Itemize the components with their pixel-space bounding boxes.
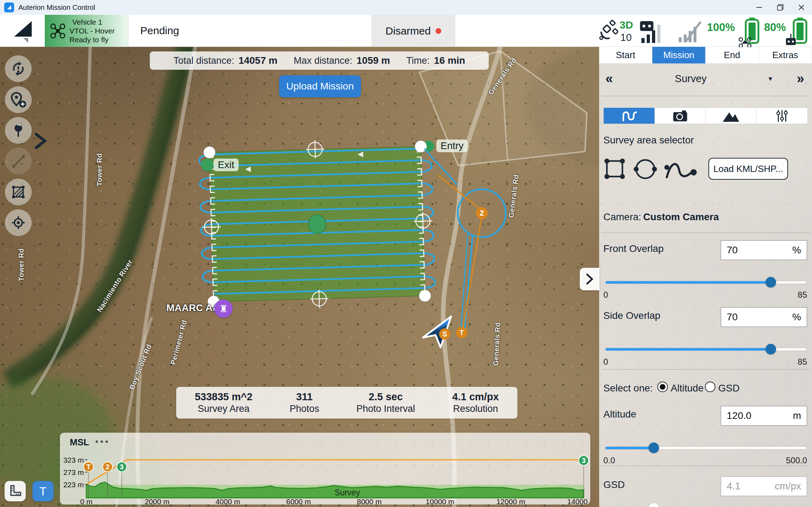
svg-text:2: 2 [106, 463, 110, 471]
altitude-radio[interactable] [657, 382, 668, 392]
altitude-max: 500.0 [786, 456, 807, 465]
svg-text:273 m: 273 m [63, 468, 84, 476]
front-overlap-value: 70 [727, 245, 738, 256]
svg-text:3: 3 [582, 457, 585, 464]
altitude-value: 120.0 [727, 410, 751, 421]
altitude-unit: m [793, 410, 801, 421]
front-overlap-slider[interactable] [605, 277, 806, 287]
tab-extras[interactable]: Extras [759, 47, 812, 63]
sliders-icon [775, 109, 789, 123]
minimize-button[interactable] [749, 0, 770, 15]
elevation-profile-panel[interactable]: MSL ••• T233323 m273 m223 m0 m2000 m4000… [60, 433, 590, 505]
poi-pin-icon[interactable]: ♜ [214, 299, 233, 318]
pin-icon [10, 122, 26, 138]
slider-thumb[interactable] [765, 277, 776, 287]
altitude-input[interactable]: 120.0 m [721, 406, 807, 426]
slider-thumb[interactable] [648, 443, 659, 453]
circle-area-tool[interactable] [633, 157, 658, 181]
svg-text:12000 m: 12000 m [496, 497, 525, 505]
tab-mission[interactable]: Mission [652, 47, 706, 63]
side-overlap-input[interactable]: 70 % [721, 307, 807, 327]
gsd-radio-label[interactable]: GSD [718, 383, 740, 394]
mission-stats-bar: Total distance:14057 m Max distance:1059… [150, 51, 489, 70]
exit-waypoint-circle[interactable] [201, 159, 214, 171]
chart-menu-dots[interactable]: ••• [95, 436, 110, 447]
divider [601, 233, 810, 233]
pattern-dropdown-caret[interactable]: ▾ [769, 74, 772, 83]
tab-start[interactable]: Start [599, 47, 652, 63]
altitude-slider[interactable] [605, 443, 806, 453]
app-logo-icon[interactable] [11, 19, 34, 43]
max-distance-value: 1059 m [357, 55, 390, 66]
gsd-radio[interactable] [705, 382, 715, 392]
svg-text:8000 m: 8000 m [357, 497, 382, 505]
gps-fix-type: 3D [620, 19, 633, 31]
rc-battery-icon [786, 18, 812, 47]
rc-battery-percent: 80% [764, 21, 786, 34]
add-waypoint-icon [10, 91, 27, 109]
freehand-area-tool[interactable] [663, 159, 699, 181]
camera-value[interactable]: Custom Camera [643, 211, 719, 223]
marker-t-badge[interactable]: T [456, 327, 467, 338]
maximize-button[interactable] [770, 0, 791, 15]
polygon-area-tool[interactable] [603, 157, 627, 181]
panel-expand-button[interactable] [580, 268, 599, 290]
slider-thumb[interactable] [765, 344, 776, 354]
tab-end[interactable]: End [706, 47, 759, 63]
marker-s-badge[interactable]: S [439, 328, 450, 340]
survey-settings-tabs [603, 107, 808, 124]
vehicle-battery-icon [739, 18, 764, 47]
svg-text:T: T [86, 463, 91, 471]
time-label: Time: [406, 55, 430, 66]
sync-mission-button[interactable] [5, 55, 32, 82]
app-toolbar: Vehicle 1 VTOL - Hover Ready to fly Pend… [0, 15, 812, 47]
tab-camera[interactable] [655, 108, 706, 124]
survey-area-stat: 533835 m^2Survey Area [195, 391, 253, 414]
toolbar-expand-chevron[interactable] [33, 132, 48, 150]
poi-label: MAARC A&B [166, 302, 211, 314]
svg-text:4000 m: 4000 m [215, 497, 240, 505]
tab-advanced[interactable] [757, 108, 807, 124]
terrain-toggle-button[interactable]: T [32, 481, 54, 501]
close-button[interactable] [791, 0, 812, 15]
pattern-title[interactable]: Survey [613, 73, 769, 85]
tab-transects[interactable] [604, 108, 655, 124]
survey-area-tool-button[interactable] [5, 179, 32, 205]
survey-stats-bar: 533835 m^2Survey Area 311Photos 2.5 secP… [176, 387, 517, 419]
mission-phase-tabs: Start Mission End Extras [599, 47, 812, 64]
svg-text:323 m: 323 m [63, 456, 84, 464]
front-overlap-input[interactable]: 70 % [721, 240, 807, 260]
load-kml-button[interactable]: Load KML/SHP... [708, 158, 788, 180]
arm-state-button[interactable]: Disarmed [371, 15, 455, 47]
side-overlap-value: 70 [727, 311, 738, 323]
svg-text:2000 m: 2000 m [145, 497, 170, 505]
locate-icon [10, 214, 27, 231]
altitude-radio-label[interactable]: Altitude [671, 383, 703, 394]
center-location-button[interactable] [5, 209, 32, 236]
area-selector-label: Survey area selector [603, 135, 694, 146]
waypoint-2-badge[interactable]: 2 [476, 207, 488, 219]
exit-label: Exit [214, 159, 239, 171]
measure-button[interactable] [5, 481, 26, 501]
next-item-button[interactable]: » [797, 71, 804, 86]
survey-area-icon [10, 184, 27, 200]
camera-icon [672, 109, 688, 123]
arm-state-text: Disarmed [386, 25, 431, 37]
upload-mission-button[interactable]: Upload Mission [279, 75, 361, 97]
vehicle-name: Vehicle 1 [72, 18, 115, 26]
slider-thumb [648, 503, 659, 507]
vehicle-status-panel[interactable]: Vehicle 1 VTOL - Hover Ready to fly [45, 15, 128, 47]
photos-stat: 311Photos [290, 391, 319, 414]
add-waypoint-button[interactable] [5, 86, 32, 113]
elevation-chart-svg: T233323 m273 m223 m0 m2000 m4000 m6000 m… [60, 433, 590, 505]
measure-icon [10, 153, 26, 169]
prev-item-button[interactable]: « [605, 71, 613, 86]
pin-tool-button[interactable] [5, 117, 32, 144]
vehicle-type: VTOL - Hover [69, 26, 115, 35]
side-overlap-slider[interactable] [605, 344, 806, 354]
time-value: 16 min [434, 55, 465, 66]
gps-satellite-count: 10 [620, 32, 632, 43]
tab-terrain[interactable] [706, 108, 757, 124]
rc-signal-icon [639, 18, 668, 44]
gsd-slider-disabled [605, 503, 806, 507]
